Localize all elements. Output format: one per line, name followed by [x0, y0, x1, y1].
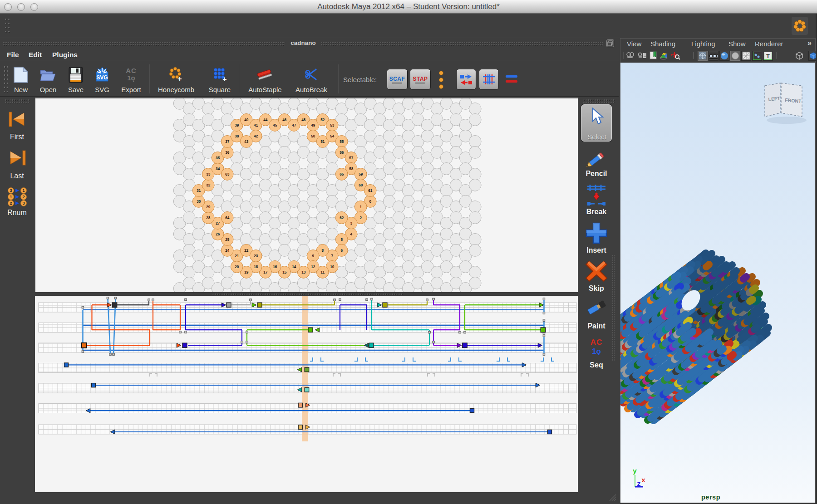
svg-text:62: 62: [340, 216, 344, 220]
svg-text:7: 7: [331, 254, 333, 258]
svg-text:44: 44: [263, 118, 268, 122]
svg-text:27: 27: [216, 221, 220, 225]
svg-text:18: 18: [254, 265, 258, 269]
svg-text:24: 24: [225, 249, 230, 253]
svg-text:14: 14: [292, 265, 296, 269]
svg-text:25: 25: [225, 238, 230, 242]
svg-text:9: 9: [312, 254, 314, 258]
svg-text:T: T: [766, 53, 770, 59]
svg-text:32: 32: [206, 183, 211, 187]
svg-text:21: 21: [235, 254, 239, 258]
svg-text:57: 57: [349, 156, 354, 160]
svg-text:30: 30: [197, 200, 201, 204]
svg-text:20: 20: [235, 265, 239, 269]
svg-text:AC: AC: [591, 338, 603, 347]
svg-text:5: 5: [340, 238, 343, 242]
svg-text:47: 47: [292, 123, 296, 127]
svg-text:8: 8: [321, 249, 324, 253]
svg-text:1: 1: [10, 195, 12, 199]
svg-text:40: 40: [244, 118, 249, 122]
svg-text:31: 31: [197, 189, 201, 193]
svg-text:+: +: [177, 75, 182, 83]
svg-text:19: 19: [244, 270, 249, 274]
svg-text:63: 63: [225, 172, 230, 176]
svg-text:52: 52: [320, 118, 325, 122]
svg-text:51: 51: [320, 140, 325, 144]
svg-text:AC: AC: [126, 67, 137, 74]
svg-text:41: 41: [254, 123, 258, 127]
svg-text:60: 60: [359, 183, 363, 187]
svg-text:45: 45: [273, 123, 277, 127]
svg-text:50: 50: [311, 134, 315, 138]
svg-text:33: 33: [206, 172, 211, 176]
svg-text:48: 48: [301, 118, 306, 122]
svg-text:34: 34: [216, 167, 220, 171]
svg-text:29: 29: [206, 205, 211, 209]
svg-text:22: 22: [244, 249, 249, 253]
svg-text:2: 2: [22, 195, 25, 199]
svg-text:6: 6: [340, 249, 343, 253]
svg-text:35: 35: [216, 156, 220, 160]
svg-text:49: 49: [311, 123, 315, 127]
svg-text:58: 58: [349, 167, 354, 171]
svg-text:3: 3: [10, 188, 12, 193]
svg-text:3: 3: [22, 201, 25, 206]
svg-text:28: 28: [206, 216, 211, 220]
svg-text:1ǫ: 1ǫ: [127, 74, 135, 82]
svg-text:37: 37: [225, 140, 230, 144]
svg-text:54: 54: [330, 134, 335, 138]
svg-text:42: 42: [254, 134, 258, 138]
svg-text:59: 59: [359, 172, 363, 176]
svg-text:2: 2: [359, 216, 362, 220]
svg-text:z: z: [637, 480, 641, 488]
svg-text:23: 23: [254, 254, 258, 258]
svg-text:4: 4: [350, 232, 352, 236]
svg-text:46: 46: [282, 118, 287, 122]
svg-text:64: 64: [225, 216, 230, 220]
svg-text:1: 1: [22, 188, 25, 193]
svg-text:15: 15: [282, 270, 287, 274]
svg-text:SVG: SVG: [96, 74, 108, 81]
svg-text:36: 36: [225, 151, 230, 155]
svg-text:26: 26: [216, 232, 220, 236]
svg-text:43: 43: [244, 140, 249, 144]
svg-text:38: 38: [235, 134, 239, 138]
svg-text:12: 12: [311, 265, 315, 269]
svg-text:55: 55: [340, 140, 344, 144]
svg-text:17: 17: [263, 270, 268, 274]
svg-text:3: 3: [350, 221, 352, 225]
svg-text:56: 56: [340, 151, 344, 155]
svg-text:y: y: [633, 468, 637, 475]
svg-text:16: 16: [273, 265, 277, 269]
svg-text:10: 10: [330, 265, 335, 269]
svg-text:+: +: [222, 75, 226, 83]
svg-text:61: 61: [368, 189, 373, 193]
svg-text:11: 11: [320, 270, 325, 274]
svg-text:x: x: [641, 477, 645, 484]
svg-text:39: 39: [235, 123, 239, 127]
svg-text:65: 65: [340, 172, 344, 176]
svg-text:2: 2: [10, 201, 12, 206]
svg-text:53: 53: [330, 123, 335, 127]
svg-text:1ǫ: 1ǫ: [592, 347, 601, 356]
svg-text:0: 0: [369, 200, 371, 204]
svg-text:1: 1: [359, 205, 362, 209]
svg-text:13: 13: [301, 270, 306, 274]
